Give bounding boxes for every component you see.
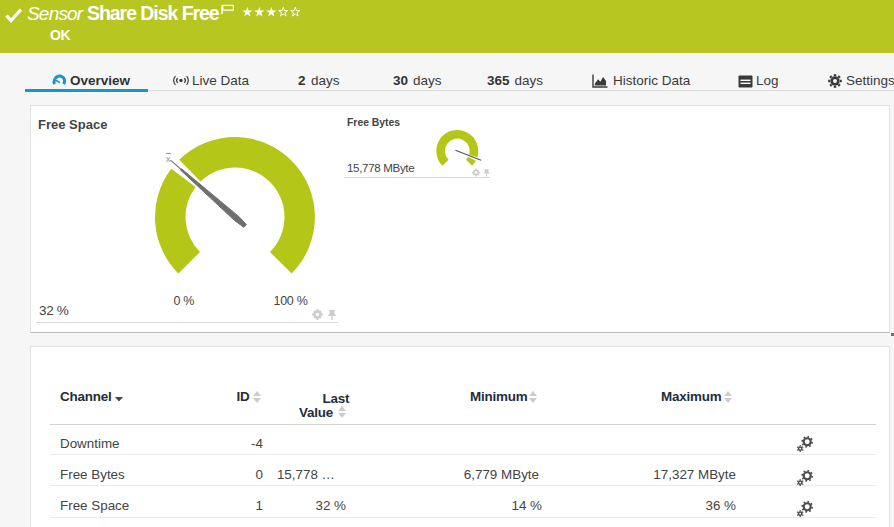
svg-text:x: x: [166, 153, 171, 164]
